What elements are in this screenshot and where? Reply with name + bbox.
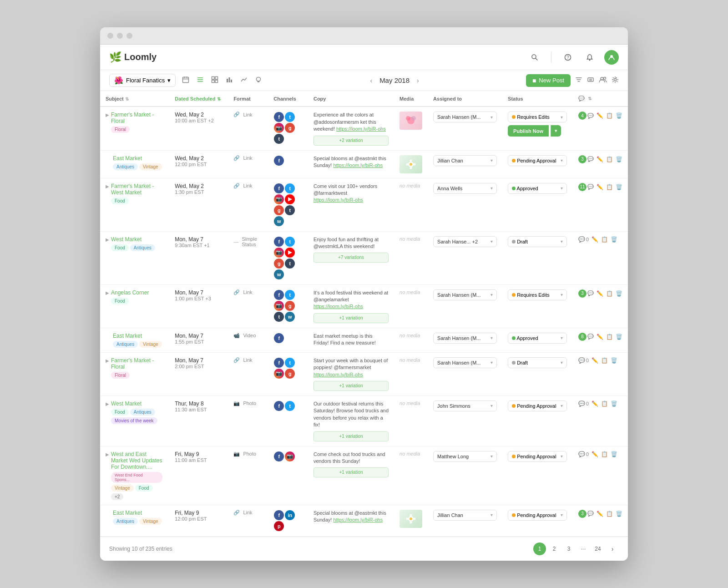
status-badge[interactable]: Draft ▾: [508, 236, 567, 247]
edit-icon[interactable]: ✏️: [597, 511, 603, 517]
copy-icon[interactable]: 📋: [606, 334, 613, 340]
subject-name[interactable]: East Market: [113, 333, 163, 339]
comment-count[interactable]: 💬0: [578, 357, 589, 364]
bar-chart-icon[interactable]: [225, 75, 234, 86]
publish-now-button[interactable]: Publish Now: [508, 125, 549, 137]
status-badge[interactable]: Pending Approval ▾: [508, 400, 567, 411]
publish-dropdown-button[interactable]: ▾: [551, 125, 561, 137]
subject-name[interactable]: East Market: [113, 155, 163, 162]
variation-tag[interactable]: +1 variation: [313, 431, 389, 441]
copy-icon[interactable]: 📋: [601, 451, 608, 457]
status-badge[interactable]: Requires Edits ▾: [508, 289, 567, 300]
delete-icon[interactable]: 🗑️: [616, 290, 622, 297]
subject-name[interactable]: West and East Market Wed Updates For Dow…: [111, 451, 164, 470]
comment-count[interactable]: 💬0: [578, 451, 589, 457]
edit-icon[interactable]: ✏️: [597, 290, 603, 297]
variation-tag[interactable]: +1 variation: [313, 313, 389, 323]
titlebar-close[interactable]: [107, 33, 113, 39]
edit-icon[interactable]: ✏️: [597, 334, 603, 340]
assigned-dropdown[interactable]: Sarah Hansen (M... ▾: [433, 112, 497, 122]
status-badge[interactable]: Pending Approval ▾: [508, 510, 567, 521]
expand-row-arrow[interactable]: ▶: [106, 358, 109, 363]
ideas-icon[interactable]: [254, 75, 263, 86]
settings-icon[interactable]: [612, 76, 619, 85]
expand-row-arrow[interactable]: ▶: [106, 401, 109, 406]
copy-link[interactable]: https://loom.ly/biR-ohs: [313, 372, 363, 377]
subject-name[interactable]: Farmer's Market - Floral: [111, 112, 164, 124]
titlebar-maximize[interactable]: [126, 33, 132, 39]
variation-tag[interactable]: +1 variation: [313, 381, 389, 391]
copy-icon[interactable]: 📋: [606, 290, 613, 297]
comment-count[interactable]: 3 💬: [578, 510, 594, 518]
delete-icon[interactable]: 🗑️: [616, 184, 622, 190]
subject-column-header[interactable]: Subject ⇅: [100, 91, 169, 106]
assigned-dropdown[interactable]: John Simmons ▾: [433, 400, 497, 411]
expand-row-arrow[interactable]: ▶: [106, 452, 109, 457]
copy-link[interactable]: https://loom.ly/biR-ohs: [333, 162, 383, 168]
delete-icon[interactable]: 🗑️: [611, 400, 617, 407]
next-page-button[interactable]: ›: [606, 542, 619, 555]
prev-month-arrow[interactable]: ‹: [370, 77, 372, 84]
copy-link[interactable]: https://loom.ly/biR-ohs: [333, 517, 383, 522]
grid-view-icon[interactable]: [210, 75, 219, 86]
line-chart-icon[interactable]: [239, 75, 248, 86]
copy-icon[interactable]: 📋: [606, 511, 613, 517]
status-badge[interactable]: Draft ▾: [508, 357, 567, 368]
copy-icon[interactable]: 📋: [606, 156, 613, 162]
edit-icon[interactable]: ✏️: [592, 451, 598, 457]
expand-row-arrow[interactable]: ▶: [106, 112, 109, 117]
copy-link[interactable]: https://loom.ly/biR-ohs: [313, 197, 363, 203]
copy-icon[interactable]: 📋: [606, 112, 613, 119]
notifications-icon[interactable]: [582, 50, 597, 65]
status-badge[interactable]: Pending Approval ▾: [508, 155, 567, 166]
expand-row-arrow[interactable]: ▶: [106, 237, 109, 242]
subject-name[interactable]: West Market: [111, 400, 164, 407]
assigned-dropdown[interactable]: Jillian Chan ▾: [433, 155, 497, 166]
copy-link[interactable]: https://loom.ly/biR-ohs: [336, 126, 386, 132]
page-3-button[interactable]: 3: [562, 542, 575, 555]
expand-row-arrow[interactable]: ▶: [106, 184, 109, 189]
delete-icon[interactable]: 🗑️: [611, 236, 617, 243]
edit-icon[interactable]: ✏️: [597, 184, 603, 190]
filter-icon[interactable]: [575, 76, 582, 85]
assigned-dropdown[interactable]: Sarah Hansen (M... ▾: [433, 289, 497, 300]
subject-name[interactable]: Angelas Corner: [111, 289, 149, 296]
variation-tag[interactable]: +7 variations: [313, 253, 389, 263]
next-month-arrow[interactable]: ›: [417, 77, 419, 84]
assigned-dropdown[interactable]: Sarah Hansen (M... ▾: [433, 333, 497, 344]
comment-count[interactable]: 3 💬: [578, 289, 594, 298]
brand-selector[interactable]: 🌺 Floral Fanatics ▾: [109, 74, 176, 87]
delete-icon[interactable]: 🗑️: [616, 112, 622, 119]
bulk-actions-icon[interactable]: [587, 76, 594, 85]
assigned-dropdown[interactable]: Jillian Chan ▾: [433, 510, 497, 521]
titlebar-minimize[interactable]: [117, 33, 123, 39]
subject-name[interactable]: Farmer's Market - Floral: [111, 357, 164, 370]
status-badge[interactable]: Pending Approval ▾: [508, 451, 567, 462]
variation-tag[interactable]: +1 variation: [313, 467, 389, 477]
variation-tag[interactable]: +2 variation: [313, 136, 389, 146]
subject-name[interactable]: West Market: [111, 236, 157, 243]
subject-name[interactable]: Farmer's Market - West Market: [111, 183, 164, 196]
edit-icon[interactable]: ✏️: [592, 400, 598, 407]
edit-icon[interactable]: ✏️: [592, 236, 598, 243]
copy-icon[interactable]: 📋: [601, 357, 608, 364]
edit-icon[interactable]: ✏️: [597, 156, 603, 162]
assigned-dropdown[interactable]: Matthew Long ▾: [433, 451, 497, 462]
new-post-button[interactable]: ■ New Post: [526, 74, 571, 87]
assigned-dropdown[interactable]: Sarah Hansen (M... ▾: [433, 357, 497, 368]
delete-icon[interactable]: 🗑️: [611, 357, 617, 364]
copy-icon[interactable]: 📋: [606, 184, 613, 190]
status-badge[interactable]: Requires Edits ▾: [508, 112, 567, 122]
team-icon[interactable]: [599, 76, 607, 85]
edit-icon[interactable]: ✏️: [597, 112, 603, 119]
delete-icon[interactable]: 🗑️: [616, 334, 622, 340]
copy-icon[interactable]: 📋: [601, 400, 608, 407]
delete-icon[interactable]: 🗑️: [611, 451, 617, 457]
list-view-icon[interactable]: [196, 75, 205, 86]
assigned-dropdown[interactable]: Anna Wells ▾: [433, 183, 497, 194]
subject-name[interactable]: East Market: [113, 510, 163, 516]
comment-count[interactable]: 11 💬: [578, 183, 594, 191]
comment-count[interactable]: 8 💬: [578, 333, 594, 341]
comment-count[interactable]: 💬0: [578, 400, 589, 407]
copy-icon[interactable]: 📋: [601, 236, 608, 243]
